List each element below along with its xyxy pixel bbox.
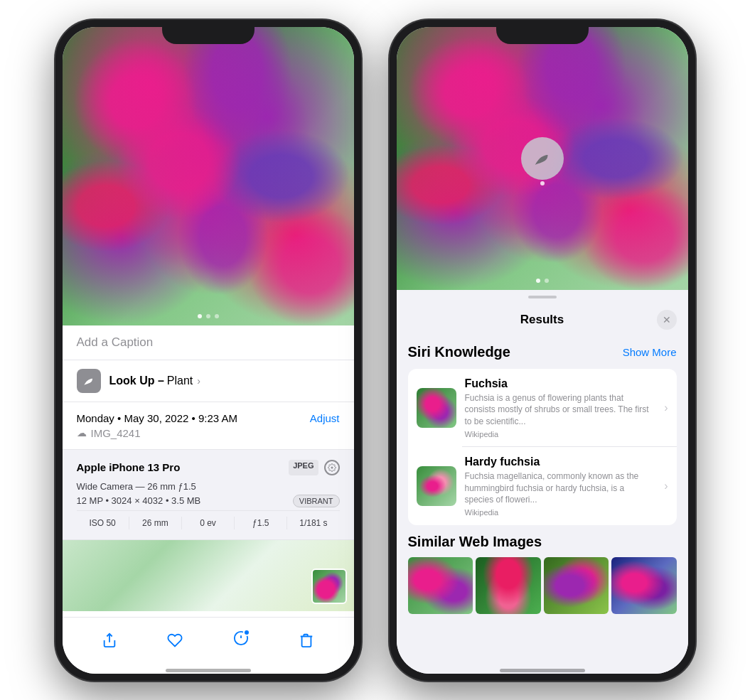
right-phone: Results ✕ Siri Knowledge Show More Fuchs… [390,20,695,681]
hardy-description: Fuchsia magellanica, commonly known as t… [465,470,656,506]
lookup-row[interactable]: Look Up – Plant › [63,360,354,402]
mp-info: 12 MP • 3024 × 4032 • 3.5 MB [77,495,201,506]
device-row: Apple iPhone 13 Pro JPEG [77,460,340,475]
results-header: Results ✕ [397,304,688,338]
flower-overlay [63,27,354,325]
hardy-content: Hardy fuchsia Fuchsia magellanica, commo… [465,456,656,517]
settings-icon[interactable] [324,460,340,475]
dot-indicator [198,314,219,318]
left-phone: Add a Caption Look Up – Plant › Mond [55,20,361,681]
web-img-4-bg [611,557,677,614]
web-image-4[interactable] [611,557,677,614]
lookup-label: Look Up – [109,375,164,387]
svg-point-0 [331,466,333,468]
caption-area[interactable]: Add a Caption [63,325,354,360]
exif-row: ISO 50 26 mm 0 ev ƒ1.5 1/181 s [77,510,340,529]
hardy-source: Wikipedia [465,508,656,517]
photo-date: Monday • May 30, 2022 • 9:23 AM [77,412,237,424]
result-item-hardy-fuchsia[interactable]: Hardy fuchsia Fuchsia magellanica, commo… [408,447,677,525]
lookup-chevron-icon: › [197,375,200,387]
siri-visual-lookup-button[interactable] [521,137,564,180]
cloud-icon: ☁ [77,427,87,438]
filename-row: ☁ IMG_4241 [77,427,340,439]
exif-shutter: 1/181 s [287,517,339,529]
meta-section: Monday • May 30, 2022 • 9:23 AM Adjust ☁… [63,402,354,450]
close-button[interactable]: ✕ [657,310,677,330]
info-badge-dot [243,629,250,636]
device-badges: JPEG [289,460,339,475]
results-panel[interactable]: Results ✕ Siri Knowledge Show More Fuchs… [397,290,688,674]
meta-date-row: Monday • May 30, 2022 • 9:23 AM Adjust [77,412,340,424]
lookup-text[interactable]: Look Up – Plant › [109,375,200,387]
info-badge [233,630,249,650]
dot-2 [206,314,210,318]
web-images-title: Similar Web Images [408,534,677,550]
vibrant-badge: VIBRANT [293,495,340,507]
left-phone-screen: Add a Caption Look Up – Plant › Mond [63,27,354,674]
fuchsia-source: Wikipedia [465,430,656,438]
photo-area[interactable] [63,27,354,325]
show-more-button[interactable]: Show More [623,346,677,358]
lookup-subject: Plant [167,375,193,387]
hardy-thumbnail [417,466,456,506]
hardy-chevron-icon: › [664,480,668,492]
map-thumbnail [311,569,347,604]
delete-button[interactable] [291,625,322,656]
fuchsia-description: Fuchsia is a genus of flowering plants t… [465,392,656,428]
web-image-3[interactable] [544,557,609,614]
info-section: Add a Caption Look Up – Plant › Mond [63,325,354,617]
siri-dot [540,181,545,185]
favorite-button[interactable] [159,625,191,656]
web-images-section: Similar Web Images [397,528,688,617]
fuchsia-chevron-icon: › [664,402,668,414]
fuchsia-thumb-image [417,388,456,428]
web-image-1[interactable] [408,557,473,614]
right-phone-screen: Results ✕ Siri Knowledge Show More Fuchs… [397,27,688,674]
web-img-1-bg [408,557,473,614]
toolbar [63,617,354,674]
results-card: Fuchsia Fuchsia is a genus of flowering … [408,369,677,526]
jpeg-badge: JPEG [289,460,318,475]
mp-row: 12 MP • 3024 × 4032 • 3.5 MB VIBRANT [77,495,340,507]
dot-1 [198,314,202,318]
right-phone-notch [496,20,589,44]
visual-lookup-icon [77,369,101,393]
map-section[interactable] [63,540,354,611]
fuchsia-content: Fuchsia Fuchsia is a genus of flowering … [465,377,656,438]
right-home-indicator [500,669,585,672]
device-name: Apple iPhone 13 Pro [77,461,181,473]
right-dot-1 [536,279,540,283]
dot-3 [215,314,219,318]
left-phone-notch [162,20,255,44]
exif-iso: ISO 50 [77,517,129,529]
hardy-thumb-image [417,466,456,506]
siri-knowledge-header: Siri Knowledge Show More [397,338,688,366]
web-image-2[interactable] [476,557,541,614]
camera-specs: Wide Camera — 26 mm ƒ1.5 [77,481,340,492]
info-button[interactable] [225,625,257,656]
fuchsia-thumbnail [417,388,456,428]
siri-knowledge-title: Siri Knowledge [408,344,510,360]
fuchsia-name: Fuchsia [465,377,656,390]
home-indicator [166,669,251,672]
right-photo-area [397,27,688,290]
results-title: Results [428,313,657,327]
right-dot-2 [545,279,549,283]
web-img-3-bg [544,557,609,614]
adjust-button[interactable]: Adjust [310,412,340,424]
drag-handle[interactable] [528,296,557,298]
caption-placeholder[interactable]: Add a Caption [77,335,154,349]
hardy-name: Hardy fuchsia [465,456,656,468]
exif-ev: 0 ev [182,517,235,529]
device-section: Apple iPhone 13 Pro JPEG Wide Camera — 2… [63,450,354,540]
exif-focal: 26 mm [129,517,182,529]
right-dot-indicator [536,279,549,283]
filename: IMG_4241 [91,427,141,439]
result-item-fuchsia[interactable]: Fuchsia Fuchsia is a genus of flowering … [408,369,677,447]
share-button[interactable] [94,625,125,656]
web-img-2-bg [476,557,541,614]
exif-aperture: ƒ1.5 [235,517,287,529]
web-images-grid [408,557,677,614]
